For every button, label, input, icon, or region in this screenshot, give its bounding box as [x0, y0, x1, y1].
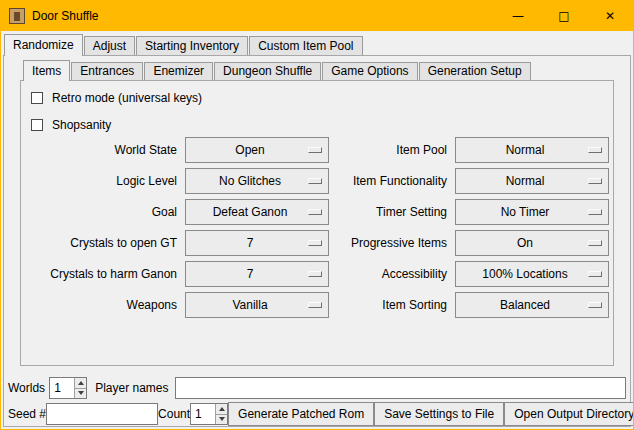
tab-generation-setup[interactable]: Generation Setup	[419, 62, 531, 80]
worlds-spinbox[interactable]	[49, 377, 87, 399]
weapons-value: Vanilla	[232, 298, 267, 312]
save-settings-button[interactable]: Save Settings to File	[374, 402, 504, 426]
window: Door Shuffle — □ ✕ Randomize Adjust Star…	[0, 0, 634, 430]
goal-label: Goal	[27, 199, 177, 225]
dropdown-indicator-icon	[308, 302, 322, 308]
window-controls: — □ ✕	[495, 1, 633, 31]
goal-value: Defeat Ganon	[213, 205, 288, 219]
up-arrow-icon	[219, 407, 225, 411]
seed-label: Seed #	[8, 407, 46, 421]
item-pool-dropdown[interactable]: Normal	[455, 137, 609, 163]
progressive-items-dropdown[interactable]: On	[455, 230, 609, 256]
weapons-label: Weapons	[27, 292, 177, 318]
dropdown-indicator-icon	[588, 209, 602, 215]
item-functionality-dropdown[interactable]: Normal	[455, 168, 609, 194]
retro-mode-checkbox-row[interactable]: Retro mode (universal keys)	[31, 89, 202, 107]
close-button[interactable]: ✕	[587, 1, 633, 31]
worlds-label: Worlds	[8, 381, 45, 395]
dropdown-indicator-icon	[308, 147, 322, 153]
tab-enemizer[interactable]: Enemizer	[144, 62, 213, 80]
randomize-pane: Items Entrances Enemizer Dungeon Shuffle…	[3, 55, 631, 427]
main-tab-bar: Randomize Adjust Starting Inventory Cust…	[4, 33, 364, 55]
item-sorting-dropdown[interactable]: Balanced	[455, 292, 609, 318]
progressive-items-label: Progressive Items	[337, 230, 447, 256]
worlds-spin-buttons	[74, 378, 86, 398]
crystals-gt-label: Crystals to open GT	[27, 230, 177, 256]
progressive-items-value: On	[517, 236, 533, 250]
count-spin-down-button[interactable]	[215, 414, 227, 425]
dropdown-indicator-icon	[588, 302, 602, 308]
world-state-value: Open	[235, 143, 264, 157]
window-title: Door Shuffle	[32, 9, 99, 23]
timer-setting-value: No Timer	[501, 205, 550, 219]
item-pool-value: Normal	[506, 143, 545, 157]
logic-level-label: Logic Level	[27, 168, 177, 194]
retro-mode-checkbox[interactable]	[31, 92, 43, 104]
count-input[interactable]	[191, 404, 215, 424]
dropdown-indicator-icon	[588, 178, 602, 184]
accessibility-label: Accessibility	[337, 261, 447, 287]
logic-level-value: No Glitches	[219, 174, 281, 188]
accessibility-dropdown[interactable]: 100% Locations	[455, 261, 609, 287]
multiworld-row: Worlds Player names	[8, 377, 626, 399]
dropdown-indicator-icon	[588, 271, 602, 277]
tab-adjust[interactable]: Adjust	[84, 36, 135, 55]
shopsanity-checkbox[interactable]	[31, 119, 43, 131]
count-label: Count	[158, 407, 190, 421]
player-names-input[interactable]	[175, 377, 627, 399]
down-arrow-icon	[219, 417, 225, 421]
crystals-ganon-dropdown[interactable]: 7	[185, 261, 329, 287]
accessibility-value: 100% Locations	[482, 267, 567, 281]
world-state-dropdown[interactable]: Open	[185, 137, 329, 163]
maximize-button[interactable]: □	[541, 1, 587, 31]
minimize-button[interactable]: —	[495, 1, 541, 31]
tab-items[interactable]: Items	[23, 60, 70, 81]
item-pool-label: Item Pool	[337, 137, 447, 163]
dropdown-indicator-icon	[308, 209, 322, 215]
logic-level-dropdown[interactable]: No Glitches	[185, 168, 329, 194]
up-arrow-icon	[78, 381, 84, 385]
generate-patched-rom-button[interactable]: Generate Patched Rom	[228, 402, 374, 426]
tab-dungeon-shuffle[interactable]: Dungeon Shuffle	[214, 62, 321, 80]
count-spin-up-button[interactable]	[215, 404, 227, 414]
crystals-gt-value: 7	[247, 236, 254, 250]
worlds-input[interactable]	[50, 378, 74, 398]
tab-starting-inventory[interactable]: Starting Inventory	[136, 36, 248, 55]
items-pane: Retro mode (universal keys) Shopsanity W…	[20, 80, 614, 366]
player-names-label: Player names	[95, 381, 168, 395]
sub-tab-bar: Items Entrances Enemizer Dungeon Shuffle…	[23, 59, 532, 80]
count-spinbox[interactable]	[190, 403, 228, 425]
dropdown-indicator-icon	[308, 240, 322, 246]
titlebar[interactable]: Door Shuffle — □ ✕	[1, 1, 633, 31]
dropdown-indicator-icon	[588, 240, 602, 246]
timer-setting-dropdown[interactable]: No Timer	[455, 199, 609, 225]
options-grid: World State Open Item Pool Normal Logic …	[27, 137, 609, 318]
open-output-directory-button[interactable]: Open Output Directory	[504, 402, 634, 426]
timer-setting-label: Timer Setting	[337, 199, 447, 225]
goal-dropdown[interactable]: Defeat Ganon	[185, 199, 329, 225]
tab-entrances[interactable]: Entrances	[71, 62, 143, 80]
app-icon	[9, 8, 25, 24]
tab-custom-item-pool[interactable]: Custom Item Pool	[249, 36, 362, 55]
shopsanity-label: Shopsanity	[52, 118, 111, 132]
tab-game-options[interactable]: Game Options	[322, 62, 417, 80]
tab-randomize[interactable]: Randomize	[4, 34, 83, 56]
crystals-ganon-value: 7	[247, 267, 254, 281]
world-state-label: World State	[27, 137, 177, 163]
shopsanity-checkbox-row[interactable]: Shopsanity	[31, 116, 111, 134]
window-content: Randomize Adjust Starting Inventory Cust…	[1, 31, 633, 429]
dropdown-indicator-icon	[588, 147, 602, 153]
down-arrow-icon	[78, 391, 84, 395]
crystals-ganon-label: Crystals to harm Ganon	[27, 261, 177, 287]
crystals-gt-dropdown[interactable]: 7	[185, 230, 329, 256]
worlds-spin-down-button[interactable]	[74, 388, 86, 399]
count-spin-buttons	[215, 404, 227, 424]
item-functionality-label: Item Functionality	[337, 168, 447, 194]
weapons-dropdown[interactable]: Vanilla	[185, 292, 329, 318]
item-sorting-value: Balanced	[500, 298, 550, 312]
generate-row: Seed # Count Generate Patched Rom Save S…	[8, 402, 626, 426]
worlds-spin-up-button[interactable]	[74, 378, 86, 388]
item-functionality-value: Normal	[506, 174, 545, 188]
retro-mode-label: Retro mode (universal keys)	[52, 91, 202, 105]
seed-input[interactable]	[46, 403, 158, 425]
